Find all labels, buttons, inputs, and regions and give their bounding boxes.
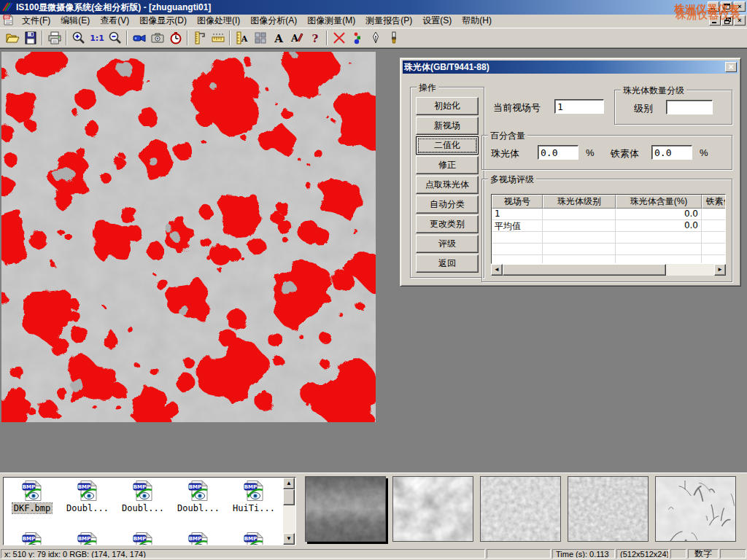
menu-item-0[interactable]: 文件(F) — [17, 15, 55, 26]
grading-group-label: 珠光体数量分级 — [621, 85, 686, 97]
menu-item-3[interactable]: 图像显示(D) — [134, 15, 192, 26]
mdi-close-icon[interactable]: × — [734, 15, 746, 26]
actual-size-icon[interactable]: 1:1 — [88, 29, 106, 47]
thumbnail-strip — [305, 476, 736, 543]
svg-text:BMP: BMP — [78, 536, 90, 542]
sample-thumbnail-3[interactable] — [568, 476, 649, 542]
dialog-title-bar[interactable]: 珠光体(GB/T9441-88) × — [403, 61, 738, 74]
pen-icon[interactable] — [366, 29, 384, 47]
table-hscrollbar[interactable]: ◄ ► — [491, 264, 726, 276]
caliper-icon[interactable] — [190, 29, 209, 47]
maximize-button[interactable] — [721, 1, 732, 12]
file-name[interactable]: Doubl... — [176, 503, 221, 513]
file-item-row2-0[interactable]: BMP — [5, 532, 59, 545]
sample-thumbnail-2[interactable] — [480, 476, 561, 542]
text-icon[interactable]: A — [269, 29, 287, 47]
table-col-header[interactable]: 铁素体含量(%) — [702, 195, 726, 209]
file-item-2[interactable]: BMPDoubl... — [116, 480, 170, 513]
help-icon[interactable]: ? — [306, 29, 324, 47]
ruler-icon[interactable] — [209, 29, 227, 47]
timer-icon[interactable] — [166, 29, 185, 47]
scroll-right-icon[interactable]: ► — [714, 264, 726, 276]
save-icon[interactable] — [21, 29, 39, 47]
brush-icon[interactable] — [384, 29, 403, 47]
sample-thumbnail-4[interactable] — [655, 476, 736, 542]
menu-item-4[interactable]: 图像处理(I) — [192, 15, 245, 26]
level-input[interactable] — [666, 100, 713, 114]
table-row[interactable]: 10.0 — [492, 209, 725, 220]
file-item-row2-3[interactable]: BMP — [171, 532, 225, 545]
title-bar: IS100显微摄像系统(金相分析版) - [zhuguangti01] × — [0, 0, 747, 15]
measure-text-icon[interactable]: A — [233, 29, 251, 47]
hscroll-thumb[interactable] — [503, 264, 666, 276]
menu-item-7[interactable]: 测量报告(P) — [360, 15, 417, 26]
text-edit-icon[interactable]: A — [287, 29, 306, 47]
menu-item-9[interactable]: 帮助(H) — [457, 15, 497, 26]
op-button-8[interactable]: 返回 — [416, 254, 479, 273]
vscroll-thumb[interactable] — [283, 489, 295, 505]
grid-icon[interactable] — [251, 29, 269, 47]
file-name[interactable]: Doubl... — [120, 503, 166, 513]
file-name[interactable]: Doubl... — [65, 503, 110, 513]
op-button-4[interactable]: 点取珠光体 — [416, 176, 479, 194]
svg-text:BMP: BMP — [189, 484, 201, 490]
pearlite-dialog: 珠光体(GB/T9441-88) × 操作 初始化新视场二值化修正点取珠光体自动… — [400, 58, 741, 287]
file-item-3[interactable]: BMPDoubl... — [171, 480, 225, 513]
op-button-0[interactable]: 初始化 — [416, 97, 479, 115]
file-item-row2-1[interactable]: BMP — [61, 532, 115, 545]
op-button-1[interactable]: 新视场 — [416, 117, 479, 135]
op-button-2[interactable]: 二值化 — [416, 136, 479, 155]
metallographic-image[interactable] — [1, 52, 376, 422]
scroll-left-icon[interactable]: ◄ — [491, 264, 503, 276]
file-name[interactable]: HuiTi... — [231, 503, 276, 513]
table-row[interactable] — [492, 232, 725, 244]
file-name[interactable]: DKF.bmp — [12, 503, 53, 513]
sample-thumbnail-0[interactable] — [305, 476, 386, 542]
table-row[interactable] — [492, 255, 725, 264]
toolbar: 1:1AAA? — [0, 28, 747, 48]
file-item-row2-4[interactable]: BMP — [227, 532, 281, 545]
file-item-4[interactable]: BMPHuiTi... — [227, 480, 281, 513]
ferrite-percent-input[interactable] — [651, 145, 692, 160]
op-button-3[interactable]: 修正 — [416, 156, 479, 174]
minimize-button[interactable] — [708, 1, 719, 12]
table-row[interactable]: 平均值0.0 — [492, 220, 725, 232]
open-icon[interactable] — [3, 29, 21, 47]
mdi-minimize-button[interactable] — [709, 15, 721, 26]
table-col-header[interactable]: 视场号 — [492, 195, 543, 209]
rating-table[interactable]: 视场号珠光体级别珠光体含量(%)铁素体含量(%) 10.0平均值0.0 — [491, 194, 726, 264]
file-list-scrollbar[interactable]: ▲ ▼ — [283, 478, 295, 545]
zoom-in-icon[interactable] — [69, 29, 88, 47]
mdi-restore-button[interactable] — [721, 15, 733, 26]
table-row[interactable] — [492, 244, 725, 255]
op-button-5[interactable]: 自动分类 — [416, 195, 479, 214]
table-col-header[interactable]: 珠光体级别 — [543, 195, 616, 209]
op-button-7[interactable]: 评级 — [416, 235, 479, 253]
print-icon[interactable] — [45, 29, 63, 47]
table-col-header[interactable]: 珠光体含量(%) — [616, 195, 702, 209]
dialog-close-icon[interactable]: × — [725, 62, 737, 72]
current-field-input[interactable] — [554, 99, 604, 114]
menu-item-2[interactable]: 查看(V) — [95, 15, 134, 26]
file-item-row2-2[interactable]: BMP — [116, 532, 170, 545]
menu-item-1[interactable]: 编辑(E) — [55, 15, 95, 26]
sample-thumbnail-1[interactable] — [392, 476, 473, 542]
photo-camera-icon[interactable] — [148, 29, 166, 47]
menu-item-8[interactable]: 设置(S) — [417, 15, 457, 26]
pearlite-percent-input[interactable] — [538, 145, 578, 160]
file-item-0[interactable]: BMPDKF.bmp — [5, 480, 59, 513]
op-button-6[interactable]: 更改类别 — [416, 215, 479, 233]
scroll-up-icon[interactable]: ▲ — [283, 478, 295, 489]
video-camera-icon[interactable] — [130, 29, 148, 47]
status-empty-3 — [720, 549, 746, 559]
menu-item-5[interactable]: 图像分析(A) — [245, 15, 302, 26]
scroll-down-icon[interactable]: ▼ — [283, 533, 295, 545]
file-item-1[interactable]: BMPDoubl... — [61, 480, 115, 513]
menu-item-6[interactable]: 图像测量(M) — [302, 15, 360, 26]
pearlite-percent-sign: % — [586, 147, 595, 158]
close-icon[interactable]: × — [734, 1, 746, 12]
color-dots-icon[interactable] — [348, 29, 366, 47]
file-browser[interactable]: BMPDKF.bmpBMPDoubl...BMPDoubl...BMPDoubl… — [3, 477, 296, 545]
curve-icon[interactable] — [330, 29, 348, 47]
zoom-out-icon[interactable] — [106, 29, 124, 47]
